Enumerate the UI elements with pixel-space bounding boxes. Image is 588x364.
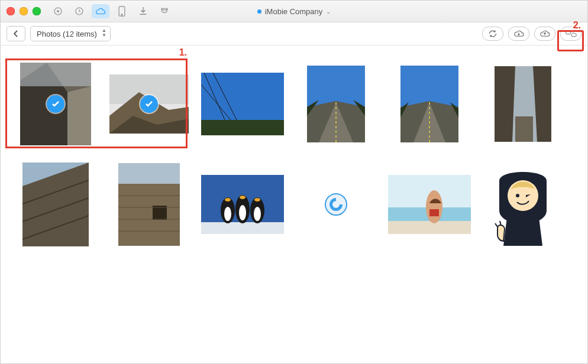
photo-thumbnail — [201, 175, 284, 234]
svg-rect-40 — [153, 206, 167, 220]
photo-thumbnail — [307, 66, 365, 142]
svg-rect-61 — [429, 209, 439, 216]
svg-point-55 — [254, 207, 261, 221]
chevron-down-icon[interactable]: ⌄ — [326, 8, 331, 15]
photo-thumbnail — [484, 163, 561, 246]
history-tab[interactable] — [70, 4, 88, 18]
photo-item[interactable] — [201, 60, 285, 148]
svg-point-53 — [224, 207, 231, 221]
selected-check-icon — [140, 95, 158, 113]
image-placeholder-icon — [118, 163, 180, 246]
source-tabs — [49, 4, 173, 18]
image-placeholder-icon — [388, 175, 471, 234]
close-window-button[interactable] — [7, 7, 15, 15]
photo-thumbnail — [22, 162, 89, 246]
image-placeholder-icon — [400, 66, 458, 142]
window-controls — [7, 7, 41, 15]
fullscreen-window-button[interactable] — [33, 7, 41, 15]
svg-marker-7 — [67, 86, 91, 145]
image-placeholder-icon — [201, 73, 284, 135]
photo-item[interactable] — [481, 160, 565, 249]
svg-point-4 — [121, 14, 122, 15]
cloud-download-button[interactable] — [508, 27, 529, 41]
titlebar: iMobie Company ⌄ — [1, 1, 587, 22]
photo-thumbnail — [118, 163, 180, 246]
photo-item[interactable] — [14, 60, 98, 148]
svg-point-60 — [426, 190, 442, 223]
category-toolbar: Photos (12 items) ▲▼ — [1, 22, 587, 46]
photo-grid — [1, 46, 587, 263]
svg-rect-12 — [201, 73, 284, 120]
svg-rect-32 — [515, 116, 533, 142]
image-placeholder-icon — [307, 66, 365, 142]
action-buttons — [482, 27, 581, 41]
svg-rect-38 — [118, 163, 180, 184]
image-placeholder-icon — [201, 175, 284, 234]
device-tab[interactable] — [113, 4, 131, 18]
image-placeholder-icon — [22, 162, 89, 246]
account-name-label[interactable]: iMobie Company — [265, 7, 323, 16]
back-button[interactable] — [7, 26, 25, 41]
photo-thumbnail — [201, 73, 284, 135]
download-tab[interactable] — [134, 4, 152, 18]
refresh-button[interactable] — [482, 27, 503, 41]
image-placeholder-icon — [495, 66, 551, 142]
icloud-tab[interactable] — [92, 4, 109, 18]
category-selector-label: Photos (12 items) — [37, 30, 97, 38]
image-placeholder-icon — [324, 193, 348, 216]
app-window: iMobie Company ⌄ Photos (12 items) ▲▼ — [0, 0, 588, 364]
svg-rect-59 — [388, 221, 471, 234]
stepper-icon: ▲▼ — [102, 28, 106, 38]
music-tab[interactable] — [49, 4, 67, 18]
photo-thumbnail — [324, 193, 348, 216]
svg-point-56 — [325, 194, 347, 215]
svg-rect-46 — [201, 222, 284, 234]
svg-rect-13 — [201, 120, 284, 135]
photo-item[interactable] — [481, 60, 565, 148]
minimize-window-button[interactable] — [20, 7, 28, 15]
category-selector[interactable]: Photos (12 items) ▲▼ — [30, 26, 111, 41]
photo-thumbnail — [400, 66, 458, 142]
svg-rect-8 — [20, 63, 91, 86]
photo-thumbnail — [495, 66, 551, 142]
cloud-to-cloud-button[interactable] — [560, 27, 581, 41]
image-placeholder-icon — [484, 163, 561, 246]
photo-item[interactable] — [294, 60, 378, 148]
selected-check-icon — [47, 95, 64, 113]
photo-item[interactable] — [107, 60, 191, 148]
svg-point-63 — [516, 194, 519, 197]
status-dot-icon — [257, 9, 261, 14]
svg-rect-17 — [307, 66, 365, 107]
photo-item[interactable] — [107, 160, 191, 249]
svg-point-54 — [239, 205, 246, 220]
svg-point-52 — [254, 198, 260, 202]
svg-marker-30 — [495, 66, 515, 142]
toolbox-tab[interactable] — [156, 4, 173, 18]
photo-item[interactable] — [387, 60, 471, 148]
photo-item[interactable] — [294, 160, 378, 249]
svg-point-1 — [57, 11, 59, 12]
cloud-upload-button[interactable] — [534, 27, 555, 41]
svg-point-51 — [240, 196, 245, 199]
photo-thumbnail — [109, 74, 189, 134]
svg-rect-23 — [400, 66, 458, 107]
svg-rect-39 — [118, 184, 180, 246]
photo-item[interactable] — [387, 160, 471, 249]
photo-thumbnail — [388, 175, 471, 234]
photo-item[interactable] — [201, 160, 285, 249]
svg-point-50 — [225, 198, 231, 202]
photo-item[interactable] — [14, 160, 98, 249]
photo-thumbnail — [20, 63, 91, 145]
